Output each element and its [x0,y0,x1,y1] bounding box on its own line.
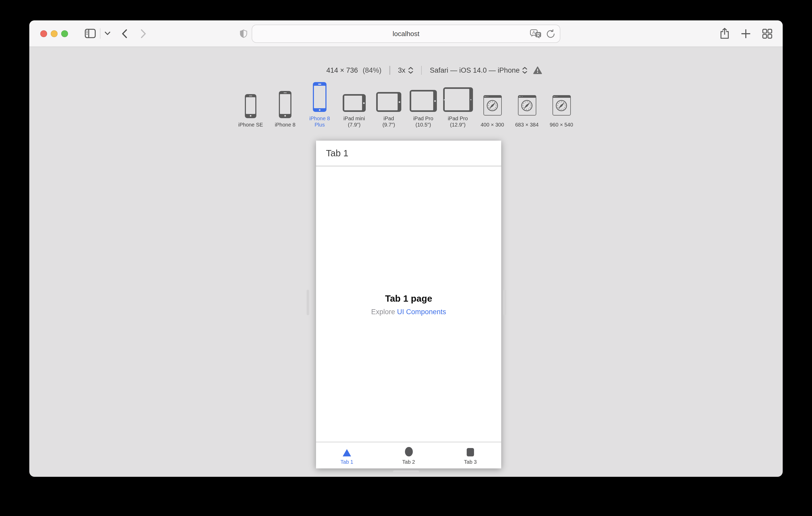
tab-1[interactable]: Tab 1 [316,442,378,468]
up-down-stepper-icon [408,67,413,74]
circle-icon [405,447,412,456]
screen: localhost A [0,0,812,516]
warning-triangle-icon [533,66,542,74]
up-down-stepper-icon [522,67,528,74]
url-field[interactable]: localhost A [252,25,560,43]
device-selector-row: iPhone SE iPhone 8 iPhone 8Plus iPad min… [29,82,783,127]
device-iphone-8[interactable]: iPhone 8 [269,88,301,127]
share-icon [720,28,729,39]
resize-handle-left[interactable] [307,290,309,315]
compass-icon [521,99,533,112]
chevron-down-icon [105,31,110,35]
ui-components-link[interactable]: UI Components [397,308,446,315]
resize-handle-right[interactable] [503,290,506,315]
page-tab-bar: Tab 1 Tab 2 Tab 3 [316,442,501,468]
explore-line: Explore UI Components [371,308,446,315]
zoom-percent-label: (84%) [362,66,381,74]
tab-overview-button[interactable] [762,29,772,38]
page-title: Tab 1 page [385,293,432,304]
translate-button[interactable]: A [530,29,542,38]
reload-button[interactable] [546,29,555,38]
sidebar-icon [85,29,96,38]
forward-arrow-icon [141,29,146,38]
divider [421,66,422,75]
new-tab-button[interactable] [742,29,750,38]
device-custom-683x384[interactable]: 683 × 384 [511,88,543,127]
rdm-settings-row: 414 × 736 (84%) 3x Safari — iOS 14.0 — i… [58,66,783,75]
zoom-button[interactable] [61,30,68,37]
plus-icon [742,29,750,38]
tab-overview-icon [762,29,772,38]
device-ipad-pro-12-9[interactable]: iPad Pro(12.9") [442,82,473,127]
device-ipad-mini[interactable]: iPad mini(7.9") [339,82,370,127]
url-text: localhost [393,30,419,38]
viewport-size-label: 414 × 736 [326,66,358,74]
close-button[interactable] [40,30,47,37]
safari-window: localhost A [29,20,783,477]
back-button[interactable] [122,29,127,38]
safari-window-icon [483,95,501,115]
pixel-ratio-stepper[interactable] [408,67,413,74]
page-content: Tab 1 page Explore UI Components [316,166,501,442]
device-custom-400x300[interactable]: 400 × 300 [476,88,508,127]
privacy-report-button[interactable] [240,28,248,41]
sidebar-menu-chevron[interactable] [105,31,110,35]
traffic-lights [40,30,68,37]
ipad-icon [376,92,401,112]
triangle-icon [343,449,351,456]
minimize-button[interactable] [51,30,58,37]
safari-window-icon [552,95,571,115]
device-ipad-pro-10-5[interactable]: iPad Pro(10.5") [408,82,439,127]
page-nav-title: Tab 1 [326,141,348,166]
iphone-icon [245,94,256,118]
resize-handle-bottom[interactable] [393,471,419,473]
device-custom-960x540[interactable]: 960 × 540 [546,88,577,127]
svg-text:A: A [532,30,535,35]
tab-3[interactable]: Tab 3 [439,442,501,468]
back-arrow-icon [122,29,127,38]
tab-2[interactable]: Tab 2 [378,442,439,468]
user-agent-stepper[interactable] [522,67,528,74]
forward-button[interactable] [141,29,146,38]
sidebar-toggle-button[interactable] [85,29,96,38]
safari-window-icon [518,95,536,115]
page-nav-bar: Tab 1 [316,141,501,166]
warning-button[interactable] [533,66,542,74]
reload-icon [546,29,555,38]
privacy-shield-icon [240,28,248,39]
device-ipad-9-7[interactable]: iPad(9.7") [373,82,404,127]
translate-icon: A [530,29,542,38]
device-iphone-8-plus[interactable]: iPhone 8Plus [304,82,336,127]
ipad-icon [410,90,437,112]
compass-icon [486,99,499,112]
device-iphone-se[interactable]: iPhone SE [235,88,266,127]
pixel-ratio-label: 3x [398,66,405,74]
iphone-icon-selected [313,82,326,112]
toolbar-divider [100,28,100,39]
compass-icon [555,99,568,112]
browser-toolbar: localhost A [29,20,783,47]
square-icon [467,448,474,456]
iphone-icon [279,91,291,118]
share-button[interactable] [720,28,729,39]
ipad-icon [443,87,473,112]
divider [389,66,390,75]
user-agent-label: Safari — iOS 14.0 — iPhone [430,66,520,74]
explore-prefix: Explore [371,308,395,315]
ipad-icon [343,94,366,112]
simulated-viewport: Tab 1 Tab 1 page Explore UI Components T… [316,141,501,468]
